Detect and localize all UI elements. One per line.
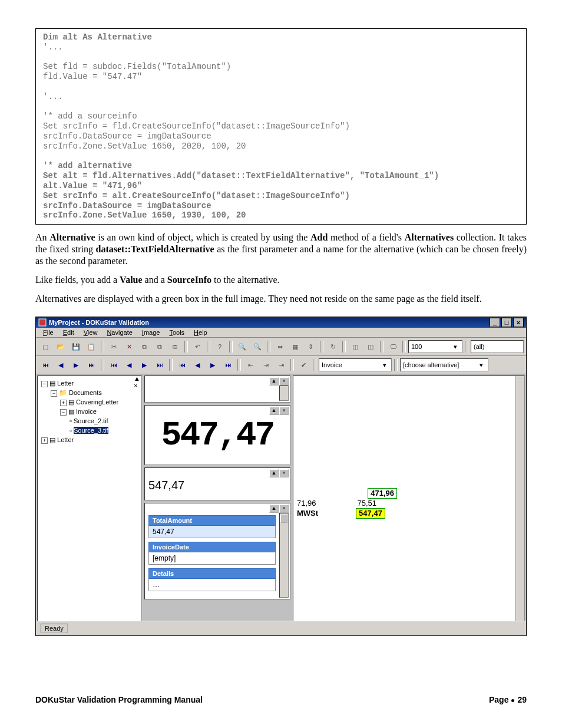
alternative-box: 471,96: [368, 488, 397, 499]
doctype-combo[interactable]: Invoice▾: [319, 358, 392, 371]
first-icon[interactable]: ⏮: [38, 358, 52, 372]
fields-pane: ▲× TotalAmount 547,47 InvoiceDate [empty…: [144, 503, 290, 599]
next3-icon[interactable]: ▶: [206, 358, 220, 372]
menu-file[interactable]: File: [39, 329, 57, 336]
collapse-button[interactable]: ▲: [269, 407, 279, 415]
prev3-icon[interactable]: ◀: [190, 358, 204, 372]
menu-edit[interactable]: Edit: [59, 329, 78, 336]
document-tree[interactable]: ▲× −▤ Letter −📁 Documents +▤ CoveringLet…: [37, 375, 142, 633]
menu-bar: File Edit View Navigate Image Tools Help: [36, 328, 526, 338]
menu-navigate[interactable]: Navigate: [103, 329, 135, 336]
image-viewer[interactable]: 471,96 71,96 75,51 MWSt 547,47: [293, 375, 525, 633]
close-pane-button[interactable]: ×: [279, 407, 289, 415]
filter-combo[interactable]: (all): [471, 340, 524, 353]
layout1-icon[interactable]: ◫: [348, 340, 362, 354]
tree-node-coveringletter[interactable]: +▤ CoveringLetter: [39, 397, 140, 407]
toolbar-1: ▢ 📂 💾 📋 ✂ ✕ ⧉ ⧉ ⧉ ↶ ? 🔍 🔍 ⇔ ▦ ⇕ ↻ ◫ ◫: [36, 338, 526, 356]
help-icon[interactable]: ?: [213, 340, 227, 354]
zoom-out-icon[interactable]: 🔍: [250, 340, 265, 354]
first3-icon[interactable]: ⏮: [175, 358, 189, 372]
zoom-in-icon[interactable]: 🔍: [235, 340, 249, 354]
paragraph-3: Alternatives are displayed with a green …: [35, 293, 527, 305]
copy-icon[interactable]: ⧉: [137, 340, 151, 354]
status-bar: Ready: [36, 621, 526, 635]
open-icon[interactable]: 📂: [54, 340, 68, 354]
snippet-value: 547,47: [161, 416, 274, 454]
edit-value[interactable]: 547,47: [148, 479, 184, 492]
field-invoicedate[interactable]: InvoiceDate [empty]: [148, 542, 276, 565]
close-button[interactable]: ×: [513, 318, 524, 327]
last2-icon[interactable]: ⏭: [153, 358, 167, 372]
close-pane-button[interactable]: ×: [279, 377, 289, 386]
collapse-button[interactable]: ▲: [269, 377, 279, 386]
tree-node-documents[interactable]: −📁 Documents: [39, 388, 140, 397]
menu-help[interactable]: Help: [190, 329, 211, 336]
indent2-icon[interactable]: ⇥: [259, 358, 273, 372]
svg-rect-0: [39, 319, 46, 326]
selected-value-box: 547,47: [356, 508, 385, 519]
edit-pane: ▲× 547,47: [144, 467, 290, 500]
prev2-icon[interactable]: ◀: [122, 358, 136, 372]
collapse-button[interactable]: ▲: [269, 505, 279, 513]
page-footer: DOKuStar Validation Programming Manual P…: [35, 695, 527, 704]
tree-node-source3[interactable]: ▫ Source_3.tif: [39, 426, 140, 435]
paste-icon[interactable]: 📋: [84, 340, 98, 354]
indent3-icon[interactable]: ⇥: [274, 358, 288, 372]
tree-node-letter-1[interactable]: −▤ Letter: [39, 378, 140, 388]
delete-icon[interactable]: ✕: [122, 340, 136, 354]
last3-icon[interactable]: ⏭: [221, 358, 235, 372]
footer-page: Page29: [489, 695, 527, 704]
paste2-icon[interactable]: ⧉: [168, 340, 182, 354]
first2-icon[interactable]: ⏮: [107, 358, 121, 372]
app-icon: [38, 318, 47, 327]
copy2-icon[interactable]: ⧉: [153, 340, 167, 354]
fit-page-icon[interactable]: ▦: [288, 340, 302, 354]
prev-icon[interactable]: ◀: [54, 358, 68, 372]
ocr-text: 75,51: [358, 499, 377, 508]
next-icon[interactable]: ▶: [69, 358, 83, 372]
view-icon[interactable]: 🖵: [386, 340, 400, 354]
next2-icon[interactable]: ▶: [137, 358, 151, 372]
maximize-button[interactable]: □: [501, 318, 512, 327]
vertical-scrollbar[interactable]: [515, 376, 524, 624]
status-text: Ready: [41, 624, 68, 633]
window-title: MyProject - DOKuStar Validation: [49, 319, 149, 326]
layout2-icon[interactable]: ◫: [363, 340, 378, 354]
menu-tools[interactable]: Tools: [166, 329, 188, 336]
cut-icon[interactable]: ✂: [107, 340, 121, 354]
field-totalamount[interactable]: TotalAmount 547,47: [148, 515, 276, 538]
app-screenshot: MyProject - DOKuStar Validation _ □ × Fi…: [35, 317, 527, 636]
undo-icon[interactable]: ↶: [190, 340, 204, 354]
title-bar: MyProject - DOKuStar Validation _ □ ×: [36, 317, 526, 328]
indent1-icon[interactable]: ⇤: [243, 358, 257, 372]
tree-node-source2[interactable]: ▫ Source_2.tif: [39, 416, 140, 426]
fit-height-icon[interactable]: ⇕: [303, 340, 318, 354]
paragraph-1: An Alternative is an own kind of object,…: [35, 232, 527, 267]
collapse-button[interactable]: ▲: [269, 469, 279, 477]
new-icon[interactable]: ▢: [38, 340, 52, 354]
tree-node-invoice[interactable]: −▤ Invoice: [39, 407, 140, 416]
menu-view[interactable]: View: [80, 329, 101, 336]
snippet-pane: ▲× 547,47: [144, 405, 290, 465]
tree-node-letter-2[interactable]: +▤ Letter: [39, 435, 140, 444]
toolbar-2: ⏮ ◀ ▶ ⏭ ⏮ ◀ ▶ ⏭ ⏮ ◀ ▶ ⏭ ⇤ ⇥ ⇥ ✔ Invoice▾…: [36, 356, 526, 374]
code-listing: Dim alt As Alternative '... Set fld = su…: [35, 28, 527, 225]
close-pane-button[interactable]: ×: [279, 469, 289, 477]
menu-image[interactable]: Image: [138, 329, 164, 336]
fit-width-icon[interactable]: ⇔: [273, 340, 287, 354]
alternative-combo[interactable]: [choose alternative]▾: [400, 358, 488, 371]
close-pane-button[interactable]: ×: [279, 505, 289, 513]
ocr-text: MWSt: [297, 509, 318, 518]
scrollbar[interactable]: [279, 513, 289, 598]
refresh-icon[interactable]: ↻: [326, 340, 340, 354]
zoom-combo[interactable]: 100▾: [408, 340, 462, 353]
spellcheck-icon[interactable]: ✔: [296, 358, 310, 372]
field-details[interactable]: Details …: [148, 568, 276, 591]
snippet-pane-top: ▲×: [144, 375, 290, 403]
footer-title: DOKuStar Validation Programming Manual: [35, 695, 203, 704]
ocr-text: 71,96: [297, 499, 316, 508]
paragraph-2: Like fields, you add a Value and a Sourc…: [35, 274, 527, 286]
minimize-button[interactable]: _: [490, 318, 500, 327]
last-icon[interactable]: ⏭: [84, 358, 98, 372]
save-icon[interactable]: 💾: [69, 340, 83, 354]
